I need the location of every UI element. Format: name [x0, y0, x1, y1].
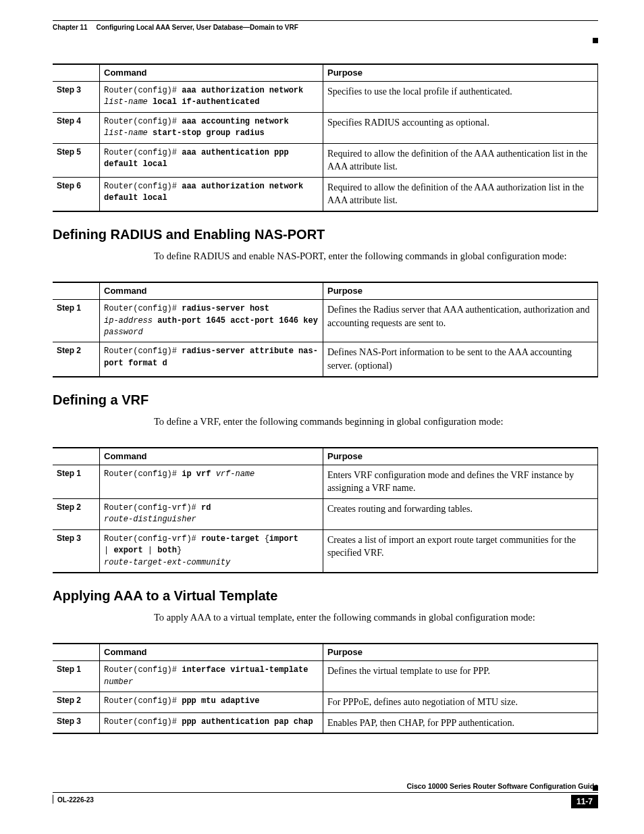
table-row: Step 4 Router(config)# aaa accounting ne…	[53, 112, 598, 143]
command-header: Command	[100, 448, 323, 465]
purpose-text: Enters VRF configuration mode and define…	[327, 469, 593, 495]
aaa-config-table: Command Purpose Step 3 Router(config)# a…	[53, 63, 598, 212]
table-row: Step 2 Router(config)# radius-server att…	[53, 342, 598, 377]
purpose-text: Defines the virtual template to use for …	[327, 664, 593, 678]
vrf-table: Command Purpose Step 1 Router(config)# i…	[53, 447, 598, 573]
command-text: Router(config)# aaa accounting networkli…	[104, 116, 319, 140]
section-intro: To define RADIUS and enable NAS-PORT, en…	[154, 249, 598, 263]
footer-guide-title: Cisco 10000 Series Router Software Confi…	[53, 782, 598, 793]
purpose-header: Purpose	[323, 282, 598, 300]
section-heading-vrf: Defining a VRF	[53, 392, 598, 408]
purpose-text: Specifies RADIUS accounting as optional.	[327, 116, 593, 130]
table-row: Step 3 Router(config)# ppp authenticatio…	[53, 712, 598, 733]
purpose-text: For PPPoE, defines auto negotiation of M…	[327, 696, 593, 709]
radius-table: Command Purpose Step 1 Router(config)# r…	[53, 282, 598, 377]
command-text: Router(config)# aaa authorization networ…	[104, 85, 319, 109]
page-footer: Cisco 10000 Series Router Software Confi…	[53, 782, 598, 808]
purpose-text: Specifies to use the local profile if au…	[327, 85, 593, 99]
purpose-text: Required to allow the definition of the …	[327, 147, 593, 174]
chapter-header: Chapter 11 Configuring Local AAA Server,…	[53, 20, 598, 31]
command-text: Router(config)# radius-server hostip-add…	[104, 303, 319, 338]
section-intro: To apply AAA to a virtual template, ente…	[154, 610, 598, 624]
step-label: Step 2	[53, 342, 100, 377]
step-label: Step 1	[53, 465, 100, 498]
purpose-text: Enables PAP, then CHAP, for PPP authenti…	[327, 716, 593, 730]
table-row: Step 1 Router(config)# ip vrf vrf-name E…	[53, 465, 598, 498]
command-text: Router(config-vrf)# rdroute-distinguishe…	[104, 502, 319, 526]
chapter-number: Chapter 11	[53, 24, 88, 31]
step-label: Step 2	[53, 499, 100, 530]
step-header	[53, 448, 100, 465]
command-text: Router(config-vrf)# route-target {import…	[104, 533, 319, 569]
purpose-header: Purpose	[323, 448, 598, 465]
table-row: Step 1 Router(config)# interface virtual…	[53, 661, 598, 692]
table-row: Step 5 Router(config)# aaa authenticatio…	[53, 143, 598, 177]
command-text: Router(config)# ppp mtu adaptive	[104, 696, 319, 707]
table-row: Step 1 Router(config)# radius-server hos…	[53, 300, 598, 342]
table-row: Step 6 Router(config)# aaa authorization…	[53, 177, 598, 211]
step-label: Step 3	[53, 82, 100, 113]
purpose-text: Creates a list of import an export route…	[327, 533, 593, 560]
command-text: Router(config)# interface virtual-templa…	[104, 664, 319, 688]
command-text: Router(config)# ip vrf vrf-name	[104, 469, 319, 480]
table-row: Step 2 Router(config)# ppp mtu adaptive …	[53, 692, 598, 713]
step-label: Step 2	[53, 692, 100, 713]
step-label: Step 3	[53, 529, 100, 573]
command-header: Command	[100, 644, 323, 661]
corner-marker-icon	[593, 38, 598, 43]
step-label: Step 6	[53, 177, 100, 211]
step-header	[53, 644, 100, 661]
step-label: Step 5	[53, 143, 100, 177]
section-intro: To define a VRF, enter the following com…	[154, 415, 598, 428]
table-row: Step 3 Router(config-vrf)# route-target …	[53, 529, 598, 573]
command-text: Router(config)# radius-server attribute …	[104, 346, 319, 369]
step-header	[53, 282, 100, 300]
virtual-template-table: Command Purpose Step 1 Router(config)# i…	[53, 643, 598, 734]
purpose-text: Creates routing and forwarding tables.	[327, 502, 593, 516]
purpose-header: Purpose	[323, 644, 598, 661]
command-text: Router(config)# aaa authentication ppp d…	[104, 147, 319, 171]
table-row: Step 3 Router(config)# aaa authorization…	[53, 82, 598, 113]
section-heading-radius: Defining RADIUS and Enabling NAS-PORT	[53, 227, 598, 242]
command-header: Command	[100, 282, 323, 300]
step-label: Step 3	[53, 712, 100, 733]
command-text: Router(config)# ppp authentication pap c…	[104, 716, 319, 728]
purpose-text: Defines NAS-Port information to be sent …	[327, 346, 593, 372]
chapter-title: Configuring Local AAA Server, User Datab…	[96, 24, 298, 31]
purpose-text: Defines the Radius server that AAA authe…	[327, 303, 593, 330]
purpose-header: Purpose	[323, 64, 598, 82]
step-label: Step 1	[53, 661, 100, 692]
step-label: Step 4	[53, 112, 100, 143]
purpose-text: Required to allow the definition of the …	[327, 181, 593, 207]
step-label: Step 1	[53, 300, 100, 342]
command-header: Command	[100, 64, 323, 82]
document-id: OL-2226-23	[53, 795, 98, 804]
section-heading-virtual-template: Applying AAA to a Virtual Template	[53, 588, 598, 604]
command-text: Router(config)# aaa authorization networ…	[104, 181, 319, 205]
page-number: 11-7	[571, 795, 598, 808]
step-header	[53, 64, 100, 82]
table-row: Step 2 Router(config-vrf)# rdroute-disti…	[53, 499, 598, 530]
